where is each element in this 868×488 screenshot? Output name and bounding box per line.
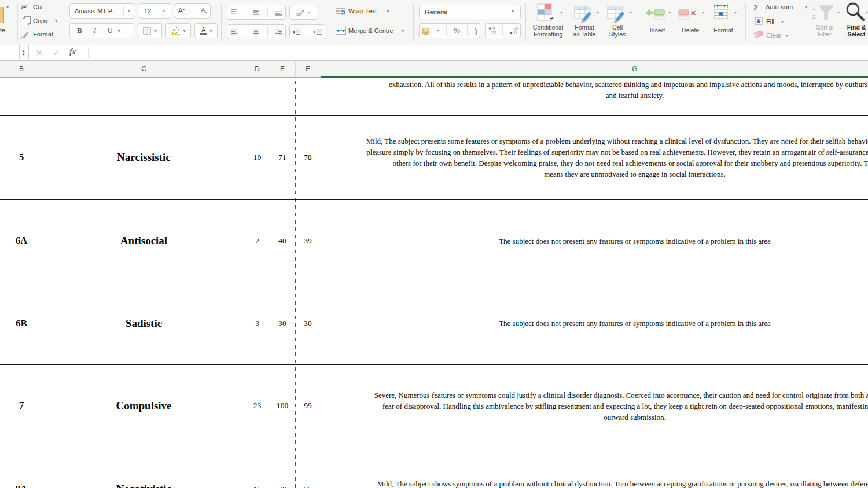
cell-scale-name[interactable]: Antisocial (43, 200, 245, 282)
fill-caret[interactable]: ▾ (781, 20, 784, 24)
cell-styles-icon[interactable] (607, 5, 628, 23)
align-top-icon[interactable] (230, 9, 238, 16)
enter-icon[interactable]: ✓ (53, 48, 60, 57)
cell-scale-name[interactable]: Narcissistic (43, 116, 245, 199)
autosum-caret[interactable]: ▾ (805, 5, 807, 10)
font-name-caret[interactable]: ▾ (128, 9, 130, 13)
cell-scale-code[interactable]: 7 (0, 365, 43, 447)
cell-scale-code[interactable]: 6B (0, 282, 43, 364)
underline-caret[interactable]: ▾ (118, 28, 120, 34)
table-row-sadistic[interactable]: 6B Sadistic 3 30 30 The subject does not… (0, 282, 868, 365)
name-box-spinner[interactable]: ▲ ▼ (19, 45, 29, 60)
clear-icon[interactable] (753, 31, 764, 38)
cell-scale-name[interactable]: Sadistic (43, 282, 245, 364)
formula-input[interactable] (89, 45, 868, 60)
decrease-indent-icon[interactable] (292, 28, 301, 36)
find-select-button[interactable]: Find &Select (847, 24, 866, 38)
font-color-caret[interactable]: ▾ (209, 28, 212, 34)
font-size-caret[interactable]: ▾ (163, 9, 165, 13)
format-as-table-caret[interactable]: ▾ (597, 10, 599, 15)
column-header-f[interactable]: F (295, 61, 321, 77)
table-row-narcissistic[interactable]: 5 Narcissistic 10 71 78 Mild, The subjec… (0, 116, 868, 200)
delete-button[interactable]: Delete (682, 27, 699, 34)
align-left-icon[interactable] (230, 28, 238, 36)
cell-score-3[interactable]: 30 (295, 282, 321, 364)
shrink-font-button[interactable]: A▾ (201, 6, 207, 15)
text-orientation-icon[interactable]: ab (296, 8, 306, 16)
conditional-formatting-caret[interactable]: ▾ (560, 10, 562, 15)
underline-button[interactable]: U (108, 27, 113, 35)
table-row-negativistic[interactable]: 8A Negativistic 15 70 75 Mild, The subje… (0, 447, 868, 488)
cell-scale-code[interactable]: 5 (0, 116, 43, 199)
cell-description[interactable]: The subject does not present any feature… (321, 282, 868, 364)
copy-icon[interactable] (23, 18, 29, 25)
align-right-icon[interactable] (274, 28, 283, 36)
increase-decimal-button[interactable]: ◄.0 .00 (487, 26, 496, 35)
cell-raw-score[interactable]: 3 (245, 282, 270, 364)
borders-icon[interactable] (143, 27, 151, 35)
cell-raw-score[interactable]: 2 (245, 200, 270, 282)
cell-scale-code[interactable]: 6A (0, 200, 43, 282)
cell-score-2[interactable]: 100 (270, 365, 295, 447)
delete-cells-icon[interactable]: ✕ (678, 6, 699, 21)
paste-icon[interactable] (0, 7, 4, 23)
cell-score-3[interactable]: 78 (295, 116, 321, 199)
find-select-icon[interactable] (845, 1, 867, 22)
cell-score-2[interactable]: 30 (270, 282, 295, 364)
format-cells-button[interactable]: Format (713, 27, 733, 34)
copy-dropdown-caret[interactable]: ▾ (55, 19, 57, 24)
paste-button-label[interactable]: te (0, 27, 5, 34)
fill-color-icon[interactable] (171, 27, 180, 35)
cell-description[interactable]: exhaustion. All of this results in a pat… (321, 78, 868, 115)
copy-button[interactable]: Copy (33, 17, 48, 24)
spinner-down-icon[interactable]: ▼ (22, 53, 25, 56)
insert-button[interactable]: Insert (650, 27, 665, 34)
number-format-caret[interactable]: ▾ (512, 9, 514, 14)
grow-font-button[interactable]: A▴ (178, 7, 185, 15)
format-as-table-button[interactable]: Formatas Table (573, 24, 596, 38)
cell-raw-score[interactable]: 10 (245, 116, 270, 199)
comma-style-button[interactable]: ) (475, 27, 477, 35)
sort-filter-icon[interactable]: A Z (811, 3, 836, 22)
column-header-c[interactable]: C (43, 61, 245, 77)
column-header-e[interactable]: E (270, 61, 295, 77)
merge-centre-button[interactable]: Merge & Centre (348, 27, 393, 34)
cell-score-2[interactable]: 70 (270, 447, 295, 488)
sort-filter-button[interactable]: Sort &Filter (816, 24, 833, 38)
find-select-caret[interactable]: ▾ (866, 10, 868, 15)
format-painter-button[interactable]: Format (33, 31, 53, 38)
conditional-formatting-button[interactable]: ConditionalFormatting (533, 24, 564, 38)
cancel-icon[interactable]: ✕ (36, 48, 43, 57)
format-cells-caret[interactable]: ▾ (734, 10, 737, 15)
format-as-table-icon[interactable] (574, 5, 595, 23)
table-row-partial-top[interactable]: exhaustion. All of this results in a pat… (0, 78, 868, 116)
cell-styles-button[interactable]: CellStyles (609, 24, 626, 38)
increase-indent-icon[interactable] (313, 28, 323, 36)
font-size-select[interactable]: 12 (139, 3, 171, 19)
bold-button[interactable]: B (77, 26, 82, 35)
cell-scale-name[interactable]: Compulsive (43, 365, 245, 447)
autosum-icon[interactable]: Σ (753, 2, 759, 12)
clear-button[interactable]: Clear (766, 32, 781, 39)
column-header-b[interactable]: B (0, 61, 43, 77)
fill-button[interactable]: Fill (766, 18, 774, 25)
delete-cells-caret[interactable]: ▾ (702, 10, 704, 15)
merge-centre-caret[interactable]: ▾ (402, 29, 404, 34)
wrap-text-caret[interactable]: ▾ (387, 9, 389, 14)
align-center-icon[interactable] (252, 28, 260, 36)
autosum-button[interactable]: Auto-sum (766, 3, 793, 10)
format-painter-icon[interactable] (21, 30, 30, 39)
borders-caret[interactable]: ▾ (154, 28, 156, 34)
font-color-icon[interactable]: A (200, 27, 207, 35)
cut-button[interactable]: Cut (33, 3, 43, 10)
sort-filter-caret[interactable]: ▾ (837, 10, 840, 15)
fill-color-caret[interactable]: ▾ (183, 28, 185, 34)
cell-raw-score[interactable]: 23 (245, 365, 270, 447)
insert-cells-icon[interactable] (645, 6, 665, 21)
cell-score-2[interactable]: 71 (270, 116, 295, 199)
cell-description[interactable]: Severe, Numerous features or symptoms co… (321, 365, 868, 447)
wrap-text-icon[interactable] (336, 7, 345, 15)
paste-dropdown-caret[interactable]: ▾ (6, 5, 9, 10)
align-middle-icon[interactable] (252, 9, 260, 16)
currency-icon[interactable] (422, 27, 432, 35)
